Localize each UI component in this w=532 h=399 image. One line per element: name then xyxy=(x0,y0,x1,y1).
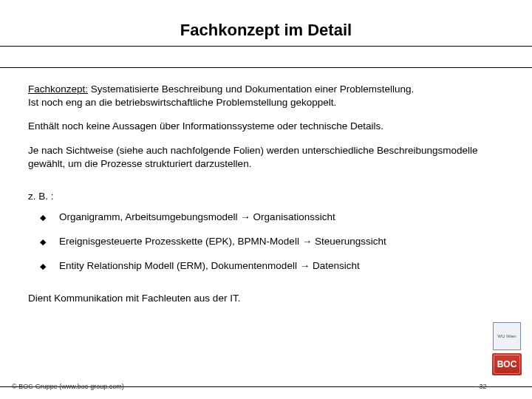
content-area: Fachkonzept: Systematisierte Beschreibun… xyxy=(28,83,504,306)
list-item: ◆ Ereignisgesteuerte Prozesskette (EPK),… xyxy=(40,235,504,249)
footer: © BOC-Gruppe (www.boc-group.com) - 32 - xyxy=(0,386,532,390)
bullet-icon: ◆ xyxy=(40,235,46,249)
bullet-text: Entity Relationship Modell (ERM), Dokume… xyxy=(59,259,360,273)
university-logo-icon: WU Wien xyxy=(493,322,521,350)
list-item: ◆ Organigramm, Arbeitsumgebungsmodell → … xyxy=(40,211,504,225)
bullet-text: Organigramm, Arbeitsumgebungsmodell → Or… xyxy=(59,211,335,224)
bullet-icon: ◆ xyxy=(40,259,46,273)
lead-paragraph: Fachkonzept: Systematisierte Beschreibun… xyxy=(28,83,504,109)
slide-title: Fachkonzept im Detail xyxy=(0,21,532,40)
lead-text-2: Ist noch eng an die betriebswirtschaftli… xyxy=(28,97,336,108)
slide: Fachkonzept im Detail Fachkonzept: Syste… xyxy=(0,0,532,399)
paragraph-2: Enthält noch keine Aussagen über Informa… xyxy=(28,120,504,133)
page-number: - 32 - xyxy=(475,383,491,390)
paragraph-3: Je nach Sichtweise (siehe auch nachfolge… xyxy=(28,144,504,171)
bullet-list: ◆ Organigramm, Arbeitsumgebungsmodell → … xyxy=(28,211,504,273)
copyright-text: © BOC-Gruppe (www.boc-group.com) xyxy=(12,383,124,390)
closing-paragraph: Dient Kommunikation mit Fachleuten aus d… xyxy=(28,292,504,305)
title-divider xyxy=(0,46,532,68)
lead-text-1: Systematisierte Beschreibung und Dokumen… xyxy=(88,83,414,95)
bullet-text: Ereignisgesteuerte Prozesskette (EPK), B… xyxy=(59,235,386,248)
bullet-icon: ◆ xyxy=(40,211,46,225)
example-label: z. B. : xyxy=(28,190,504,203)
list-item: ◆ Entity Relationship Modell (ERM), Doku… xyxy=(40,259,504,273)
lead-label: Fachkonzept: xyxy=(28,83,88,95)
boc-logo-icon: BOC xyxy=(492,353,522,375)
